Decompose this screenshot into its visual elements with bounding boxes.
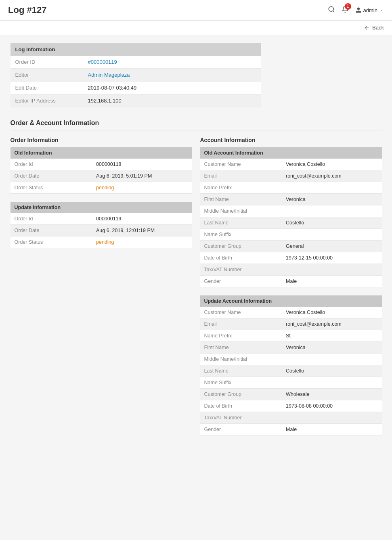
table-row-value xyxy=(282,229,382,241)
table-row-label: Order Id xyxy=(10,213,92,225)
table-row-value: Male xyxy=(282,276,382,287)
table-row-label: First Name xyxy=(200,342,282,354)
table-row-label: Tax/VAT Number xyxy=(200,412,282,424)
table-row-value: roni_cost@example.com xyxy=(282,170,382,182)
two-col-layout: Order Information Old Information Order … xyxy=(10,137,382,444)
table-row-value: Veronica Costello xyxy=(282,159,382,170)
old-account-info-table: Old Account Information Customer NameVer… xyxy=(200,147,382,287)
table-row-label: Last Name xyxy=(200,217,282,229)
log-info-value[interactable]: Admin Mageplaza xyxy=(83,69,261,82)
table-row-value: Aug 6, 2019, 5:01:19 PM xyxy=(92,170,192,182)
table-row-label: Customer Name xyxy=(200,159,282,170)
header: Log #127 1 admin xyxy=(0,0,392,21)
table-row-value xyxy=(282,377,382,389)
account-information-col: Account Information Old Account Informat… xyxy=(200,137,382,444)
table-row-value: Veronica Costello xyxy=(282,307,382,318)
table-row-value: Veronica xyxy=(282,194,382,205)
table-row-value xyxy=(282,182,382,194)
table-row-label: Name Prefix xyxy=(200,182,282,194)
update-account-info-table: Update Account Information Customer Name… xyxy=(200,295,382,435)
table-row-label: Tax/VAT Number xyxy=(200,264,282,276)
table-row-label: Gender xyxy=(200,276,282,287)
table-row-value xyxy=(282,354,382,365)
old-order-info-heading: Old Information xyxy=(10,147,192,159)
update-order-info-table: Update Information Order Id000000119Orde… xyxy=(10,202,192,248)
log-info-label: Edit Date xyxy=(10,82,83,94)
table-row-value: Costello xyxy=(282,365,382,377)
log-info-label: Editor IP Address xyxy=(10,94,83,107)
table-row-label: Name Suffix xyxy=(200,229,282,241)
table-row-label: Name Suffix xyxy=(200,377,282,389)
table-row-value: Wholesale xyxy=(282,389,382,400)
table-row-value: 000000118 xyxy=(92,159,192,170)
log-info-heading: Log Information xyxy=(10,43,261,56)
log-information-table: Log Information Order ID#000000119Editor… xyxy=(10,43,261,107)
table-row-value: Veronica xyxy=(282,342,382,354)
back-button[interactable]: Back xyxy=(364,25,384,31)
table-row-value: 1973-12-15 00:00:00 xyxy=(282,252,382,264)
table-row-label: Order Date xyxy=(10,170,92,182)
account-info-title: Account Information xyxy=(200,137,382,143)
log-info-value[interactable]: #000000119 xyxy=(83,56,261,69)
log-info-label: Order ID xyxy=(10,56,83,69)
table-row-label: Name Prefix xyxy=(200,330,282,342)
table-row-value: Aug 6, 2019, 12:01:19 PM xyxy=(92,225,192,237)
admin-menu-button[interactable]: admin xyxy=(355,7,384,13)
notification-bell-icon[interactable]: 1 xyxy=(342,6,349,15)
table-row-value: 1973-08-08 00:00:00 xyxy=(282,400,382,412)
table-row-label: Customer Name xyxy=(200,307,282,318)
old-order-info-table: Old Information Order Id000000118Order D… xyxy=(10,147,192,194)
table-row-label: Date of Birth xyxy=(200,252,282,264)
old-account-info-heading: Old Account Information xyxy=(200,147,382,159)
order-info-title: Order Information xyxy=(10,137,192,143)
log-info-value: 192.168.1.100 xyxy=(83,94,261,107)
admin-label: admin xyxy=(363,7,377,13)
table-row-label: Gender xyxy=(200,424,282,435)
table-row-value: Costello xyxy=(282,217,382,229)
table-row-value: roni_cost@example.com xyxy=(282,318,382,330)
search-icon[interactable] xyxy=(328,6,335,15)
notification-badge: 1 xyxy=(345,3,351,10)
svg-line-1 xyxy=(333,10,334,12)
table-row-label: Date of Birth xyxy=(200,400,282,412)
table-row-label: Order Date xyxy=(10,225,92,237)
update-order-info-heading: Update Information xyxy=(10,202,192,213)
table-row-value xyxy=(282,412,382,424)
table-row-value: pending xyxy=(92,182,192,194)
page-title: Log #127 xyxy=(8,5,46,15)
table-row-value xyxy=(282,264,382,276)
table-row-label: Middle Name/Initial xyxy=(200,354,282,365)
table-row-label: First Name xyxy=(200,194,282,205)
table-row-label: Email xyxy=(200,318,282,330)
order-account-heading: Order & Account Information xyxy=(10,119,382,130)
table-row-label: Order Id xyxy=(10,159,92,170)
log-info-value: 2019-08-07 03:40:49 xyxy=(83,82,261,94)
toolbar: Back xyxy=(0,21,392,35)
table-row-value: Male xyxy=(282,424,382,435)
table-row-label: Email xyxy=(200,170,282,182)
header-actions: 1 admin xyxy=(328,6,384,15)
log-info-label: Editor xyxy=(10,69,83,82)
table-row-value: 000000119 xyxy=(92,213,192,225)
table-row-label: Customer Group xyxy=(200,389,282,400)
back-label: Back xyxy=(372,25,384,31)
order-information-col: Order Information Old Information Order … xyxy=(10,137,192,444)
table-row-label: Customer Group xyxy=(200,241,282,252)
table-row-value: St xyxy=(282,330,382,342)
table-row-label: Middle Name/Initial xyxy=(200,205,282,217)
table-row-label: Order Status xyxy=(10,237,92,248)
table-row-value: General xyxy=(282,241,382,252)
main-content: Log Information Order ID#000000119Editor… xyxy=(2,35,390,452)
table-row-value: pending xyxy=(92,237,192,248)
table-row-value xyxy=(282,205,382,217)
update-account-info-heading: Update Account Information xyxy=(200,295,382,307)
table-row-label: Order Status xyxy=(10,182,92,194)
table-row-label: Last Name xyxy=(200,365,282,377)
